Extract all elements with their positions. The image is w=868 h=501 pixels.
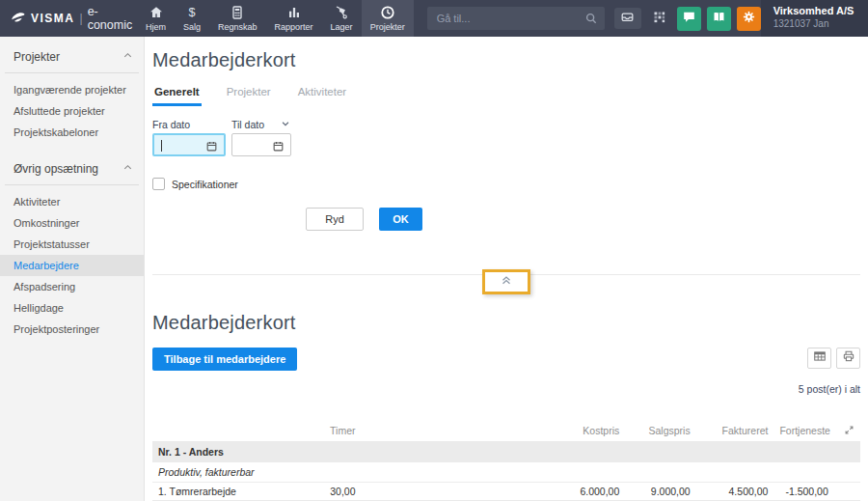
nav-item-lager[interactable]: Lager [322,0,362,37]
chat-button[interactable] [677,7,701,31]
book-icon [712,10,726,28]
brand-divider: | [80,12,83,25]
calendar-icon[interactable] [205,139,218,152]
page-title: Medarbejderkort [152,49,860,71]
nav-item-salg[interactable]: $ Salg [175,0,209,37]
search-input[interactable] [427,7,605,30]
col-faktureret: Faktureret [696,420,774,441]
nav-item-rapporter[interactable]: Rapporter [266,0,322,37]
chevron-down-icon[interactable] [281,119,290,130]
tab-generelt[interactable]: Generelt [152,86,202,106]
tab-bar: Generelt Projekter Aktiviteter [152,86,860,106]
nav-label: Lager [331,22,353,32]
sidebar-item-omkostninger[interactable]: Omkostninger [0,212,144,234]
double-chevron-up-icon [500,273,513,291]
section-title: Projekter [14,50,60,64]
topbar-actions [614,0,761,37]
global-search [427,7,605,30]
sidebar-item-medarbejdere[interactable]: Medarbejdere [0,255,144,276]
sidebar-section-ovrig-opsaetning[interactable]: Øvrig opsætning [5,153,139,185]
til-dato-input[interactable] [231,133,291,156]
company-selector[interactable]: Virksomhed A/S 1321037 Jan [761,0,868,37]
sidebar-item-projektposteringer[interactable]: Projektposteringer [0,319,144,340]
table-header-row: Timer Kostpris Salgspris Faktureret Fort… [152,420,860,441]
nav-item-hjem[interactable]: Hjem [137,0,175,37]
record-count: 5 post(er) i alt [152,383,860,395]
col-expand [834,420,860,441]
tab-projekter[interactable]: Projekter [225,86,273,106]
print-button[interactable] [836,348,860,369]
topbar: VISMA | e-conomic Hjem $ Salg Regnskab R… [0,0,868,37]
dollar-icon: $ [184,5,200,20]
col-fortjeneste: Fortjeneste [773,420,833,441]
svg-text:$: $ [188,6,195,19]
sidebar-item-igangvaerende-projekter[interactable]: Igangværende projekter [0,79,144,100]
company-name: Virksomhed A/S [773,5,868,16]
col-kostpris: Kostpris [492,420,625,441]
handtruck-icon [334,5,349,20]
employee-group-row: Nr. 1 - Anders [152,441,860,462]
brand-product: e-conomic [88,5,137,32]
nav-item-regnskab[interactable]: Regnskab [209,0,266,37]
col-pct [362,420,493,441]
print-icon [842,349,855,367]
sidebar-list-projekter: Igangværende projekter Afsluttede projek… [0,73,144,153]
search-icon [584,12,598,25]
panel-divider [152,274,860,275]
chat-icon [682,10,696,28]
sidebar-item-helligdage[interactable]: Helligdage [0,297,144,319]
ok-button[interactable]: OK [379,208,422,231]
nav-label: Hjem [146,22,166,32]
back-to-employees-button[interactable]: Tilbage til medarbejdere [152,348,297,371]
sidebar-item-afspadsering[interactable]: Afspadsering [0,276,144,297]
collapse-filter-button[interactable] [482,269,530,294]
inbox-button[interactable] [614,8,641,29]
brand-name: VISMA [31,12,75,25]
tab-aktiviteter[interactable]: Aktiviteter [296,86,349,106]
report-title: Medarbejderkort [152,312,860,334]
main-nav: Hjem $ Salg Regnskab Rapporter Lager Pro… [137,0,414,37]
til-dato-label: Til dato [231,119,264,130]
nav-label: Projekter [370,22,405,32]
bar-chart-icon [286,5,302,20]
nav-label: Rapporter [275,22,313,32]
calculator-icon [230,5,245,20]
expand-table-icon[interactable] [844,425,854,437]
text-cursor [161,140,162,152]
specifikationer-checkbox-row[interactable]: Specifikationer [152,178,860,190]
visma-swoosh-icon [10,9,26,29]
org-grid-icon [652,10,666,28]
ryd-button[interactable]: Ryd [306,208,364,231]
apps-button[interactable] [647,7,671,31]
section-title: Øvrig opsætning [14,162,98,176]
column-settings-button[interactable] [807,348,831,369]
nav-label: Regnskab [218,22,258,32]
sidebar-item-projektskabeloner[interactable]: Projektskabeloner [0,122,144,143]
sidebar: Projekter Igangværende projekter Afslutt… [0,37,145,501]
sidebar-item-afsluttede-projekter[interactable]: Afsluttede projekter [0,100,144,122]
chevron-up-icon [122,162,133,176]
sidebar-item-aktiviteter[interactable]: Aktiviteter [0,191,144,212]
employee-report-table: Timer Kostpris Salgspris Faktureret Fort… [152,420,860,501]
report-toolbar: Tilbage til medarbejdere [152,348,860,371]
sidebar-list-ovrig-opsaetning: Aktiviteter Omkostninger Projektstatusse… [0,185,144,349]
til-dato-field: Til dato [231,119,291,156]
calendar-icon[interactable] [272,139,285,152]
fra-dato-input[interactable] [152,133,226,156]
col-timer: Timer [290,420,361,441]
specifikationer-checkbox[interactable] [152,178,165,190]
sidebar-item-projektstatusser[interactable]: Projektstatusser [0,234,144,255]
clock-icon [380,5,395,20]
brand-logo[interactable]: VISMA | e-conomic [0,0,137,37]
filter-buttons: Ryd OK [306,208,860,231]
agreement-number: 1321037 Jan [773,18,868,29]
help-book-button[interactable] [707,7,731,31]
gear-icon [742,10,756,28]
nav-item-projekter[interactable]: Projekter [362,0,414,37]
col-desc [152,420,290,441]
sidebar-section-projekter[interactable]: Projekter [5,41,139,73]
fra-dato-field: Fra dato [152,119,226,156]
settings-button[interactable] [737,7,761,31]
chevron-up-icon [122,50,133,64]
table-row[interactable]: 1. Tømrerarbejde 30,00 6.000,00 9.000,00… [152,482,860,500]
